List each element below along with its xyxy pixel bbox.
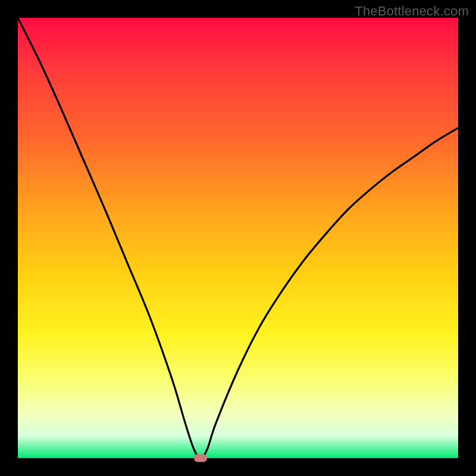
- plot-area: [18, 18, 458, 458]
- chart-frame: TheBottleneck.com: [0, 0, 476, 476]
- watermark-text: TheBottleneck.com: [355, 4, 469, 19]
- minimum-marker: [194, 455, 207, 462]
- bottleneck-curve: [18, 18, 458, 458]
